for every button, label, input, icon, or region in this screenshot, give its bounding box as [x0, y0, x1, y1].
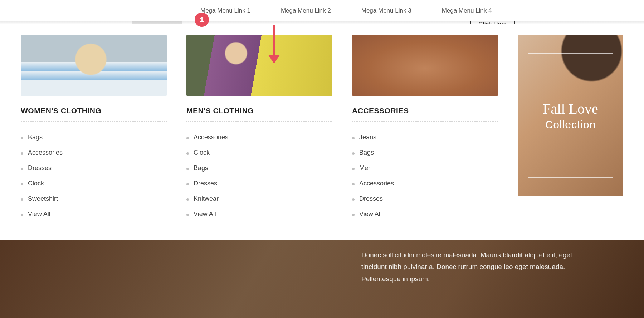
mega-link[interactable]: Clock [21, 176, 167, 191]
mega-column-women: WOMEN'S CLOTHING Bags Accessories Dresse… [21, 35, 167, 222]
category-title: WOMEN'S CLOTHING [21, 106, 167, 122]
nav-link-4[interactable]: Mega Menu Link 4 [442, 7, 492, 14]
mega-link[interactable]: Jeans [352, 130, 498, 145]
mega-link[interactable]: Bags [352, 145, 498, 160]
mega-link[interactable]: Bags [21, 130, 167, 145]
nav-link-3[interactable]: Mega Menu Link 3 [361, 7, 411, 14]
nav-link-2[interactable]: Mega Menu Link 2 [281, 7, 331, 14]
hero-copy: Donec sollicitudin molestie malesuada. M… [361, 249, 572, 285]
mega-link[interactable]: View All [21, 207, 167, 222]
mega-link[interactable]: View All [186, 207, 332, 222]
category-image-accessories[interactable] [352, 35, 498, 96]
navbar: Mega Menu Link 1 Mega Menu Link 2 Mega M… [0, 0, 644, 21]
category-title: MEN'S CLOTHING [186, 106, 332, 122]
mega-link[interactable]: Accessories [186, 130, 332, 145]
category-title: ACCESSORIES [352, 106, 498, 122]
mega-link[interactable]: Knitwear [186, 191, 332, 207]
nav-link-1[interactable]: Mega Menu Link 1 [200, 7, 250, 14]
category-image-men[interactable] [186, 35, 332, 96]
mega-link[interactable]: Dresses [186, 176, 332, 191]
mega-link[interactable]: Men [352, 160, 498, 176]
mega-column-men: MEN'S CLOTHING Accessories Clock Bags Dr… [186, 35, 332, 222]
mega-link[interactable]: Dresses [352, 191, 498, 207]
mega-menu-panel: WOMEN'S CLOTHING Bags Accessories Dresse… [0, 24, 644, 240]
category-image-women[interactable] [21, 35, 167, 96]
promo-line-2: Collection [543, 119, 598, 131]
promo-banner[interactable]: Fall Love Collection [518, 35, 623, 196]
promo-line-1: Fall Love [543, 100, 598, 117]
mega-column-accessories: ACCESSORIES Jeans Bags Men Accessories D… [352, 35, 498, 222]
mega-link[interactable]: Bags [186, 160, 332, 176]
mega-link[interactable]: Sweetshirt [21, 191, 167, 207]
mega-link[interactable]: View All [352, 207, 498, 222]
mega-link[interactable]: Accessories [352, 176, 498, 191]
mega-link[interactable]: Dresses [21, 160, 167, 176]
nav-shadow [0, 21, 644, 24]
mega-link[interactable]: Accessories [21, 145, 167, 160]
mega-link[interactable]: Clock [186, 145, 332, 160]
hero-section: Donec sollicitudin molestie malesuada. M… [0, 238, 644, 318]
annotation-arrow-icon [268, 25, 279, 64]
promo-text: Fall Love Collection [543, 100, 598, 131]
annotation-step-1-badge: 1 [195, 13, 209, 27]
